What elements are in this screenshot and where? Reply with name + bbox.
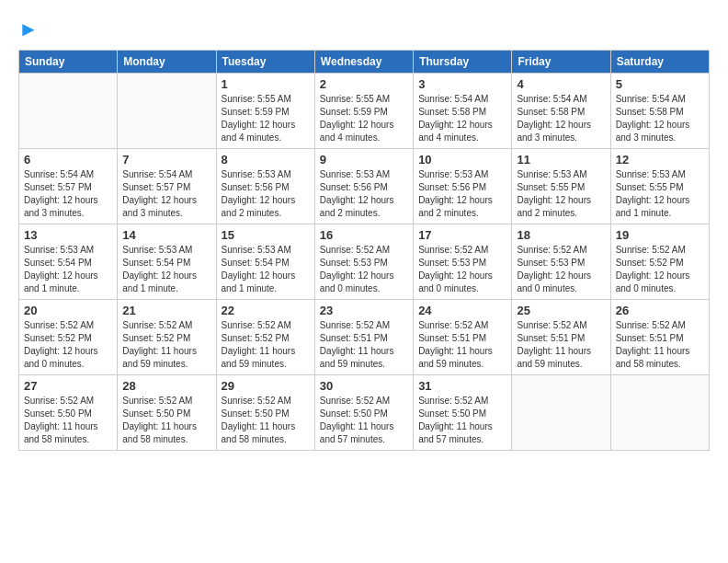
day-info: Sunrise: 5:53 AM Sunset: 5:55 PM Dayligh… [517,168,605,220]
day-number: 11 [517,153,605,167]
calendar-day-cell: 18Sunrise: 5:52 AM Sunset: 5:53 PM Dayli… [512,224,610,300]
day-number: 26 [616,304,704,317]
calendar-day-cell: 23Sunrise: 5:52 AM Sunset: 5:51 PM Dayli… [314,300,413,375]
day-number: 23 [320,304,408,317]
day-info: Sunrise: 5:54 AM Sunset: 5:58 PM Dayligh… [418,93,506,144]
calendar-day-cell: 4Sunrise: 5:54 AM Sunset: 5:58 PM Daylig… [512,74,610,149]
calendar-day-cell [610,375,709,451]
calendar-day-cell: 25Sunrise: 5:52 AM Sunset: 5:51 PM Dayli… [512,300,610,375]
calendar-day-cell: 26Sunrise: 5:52 AM Sunset: 5:51 PM Dayli… [610,300,709,375]
calendar-day-cell: 24Sunrise: 5:52 AM Sunset: 5:51 PM Dayli… [414,300,512,375]
calendar-day-cell: 21Sunrise: 5:52 AM Sunset: 5:52 PM Dayli… [118,300,216,375]
calendar-week-row: 1Sunrise: 5:55 AM Sunset: 5:59 PM Daylig… [19,74,710,149]
day-info: Sunrise: 5:55 AM Sunset: 5:59 PM Dayligh… [320,93,408,144]
calendar-day-cell: 20Sunrise: 5:52 AM Sunset: 5:52 PM Dayli… [19,300,118,375]
day-number: 8 [222,153,310,167]
day-info: Sunrise: 5:52 AM Sunset: 5:50 PM Dayligh… [222,395,310,446]
calendar-day-cell: 19Sunrise: 5:52 AM Sunset: 5:52 PM Dayli… [610,224,709,300]
day-info: Sunrise: 5:54 AM Sunset: 5:58 PM Dayligh… [616,93,704,144]
day-info: Sunrise: 5:52 AM Sunset: 5:50 PM Dayligh… [122,395,210,446]
page-header: ► [18,18,710,40]
day-info: Sunrise: 5:53 AM Sunset: 5:56 PM Dayligh… [222,168,310,220]
calendar-day-cell: 29Sunrise: 5:52 AM Sunset: 5:50 PM Dayli… [216,375,314,451]
calendar-week-row: 20Sunrise: 5:52 AM Sunset: 5:52 PM Dayli… [19,300,710,375]
weekday-header-cell: Monday [118,51,216,74]
day-info: Sunrise: 5:53 AM Sunset: 5:54 PM Dayligh… [122,244,210,295]
calendar-day-cell: 5Sunrise: 5:54 AM Sunset: 5:58 PM Daylig… [610,74,709,149]
day-number: 28 [122,379,210,393]
calendar-day-cell: 8Sunrise: 5:53 AM Sunset: 5:56 PM Daylig… [216,149,314,224]
day-info: Sunrise: 5:52 AM Sunset: 5:51 PM Dayligh… [616,319,704,371]
calendar-day-cell: 2Sunrise: 5:55 AM Sunset: 5:59 PM Daylig… [314,74,413,149]
day-number: 29 [222,379,310,393]
calendar-day-cell: 10Sunrise: 5:53 AM Sunset: 5:56 PM Dayli… [414,149,512,224]
calendar-day-cell: 1Sunrise: 5:55 AM Sunset: 5:59 PM Daylig… [216,74,314,149]
calendar-day-cell: 27Sunrise: 5:52 AM Sunset: 5:50 PM Dayli… [19,375,118,451]
day-number: 13 [24,228,112,242]
calendar-week-row: 27Sunrise: 5:52 AM Sunset: 5:50 PM Dayli… [19,375,710,451]
day-number: 18 [517,228,605,242]
day-number: 22 [222,304,310,317]
weekday-header-cell: Tuesday [216,51,314,74]
calendar-day-cell: 15Sunrise: 5:53 AM Sunset: 5:54 PM Dayli… [216,224,314,300]
day-info: Sunrise: 5:52 AM Sunset: 5:50 PM Dayligh… [320,395,408,446]
day-number: 6 [24,153,112,167]
day-number: 15 [222,228,310,242]
day-number: 19 [616,228,704,242]
calendar-day-cell: 11Sunrise: 5:53 AM Sunset: 5:55 PM Dayli… [512,149,610,224]
calendar-day-cell: 16Sunrise: 5:52 AM Sunset: 5:53 PM Dayli… [314,224,413,300]
day-info: Sunrise: 5:52 AM Sunset: 5:50 PM Dayligh… [24,395,112,446]
weekday-header-cell: Thursday [414,51,512,74]
day-number: 21 [122,304,210,317]
day-info: Sunrise: 5:54 AM Sunset: 5:58 PM Dayligh… [517,93,605,144]
day-number: 24 [418,304,506,317]
calendar-day-cell [118,74,216,149]
calendar-day-cell: 22Sunrise: 5:52 AM Sunset: 5:52 PM Dayli… [216,300,314,375]
day-info: Sunrise: 5:55 AM Sunset: 5:59 PM Dayligh… [222,93,310,144]
weekday-header-row: SundayMondayTuesdayWednesdayThursdayFrid… [19,51,710,74]
day-info: Sunrise: 5:53 AM Sunset: 5:55 PM Dayligh… [616,168,704,220]
day-number: 12 [616,153,704,167]
calendar-day-cell: 30Sunrise: 5:52 AM Sunset: 5:50 PM Dayli… [314,375,413,451]
calendar-week-row: 13Sunrise: 5:53 AM Sunset: 5:54 PM Dayli… [19,224,710,300]
weekday-header-cell: Friday [512,51,610,74]
day-info: Sunrise: 5:53 AM Sunset: 5:54 PM Dayligh… [24,244,112,295]
calendar-day-cell [512,375,610,451]
weekday-header-cell: Wednesday [314,51,413,74]
day-info: Sunrise: 5:52 AM Sunset: 5:53 PM Dayligh… [320,244,408,295]
logo: ► [18,18,39,40]
day-number: 27 [24,379,112,393]
calendar-body: 1Sunrise: 5:55 AM Sunset: 5:59 PM Daylig… [19,74,710,451]
day-info: Sunrise: 5:52 AM Sunset: 5:52 PM Dayligh… [616,244,704,295]
day-info: Sunrise: 5:54 AM Sunset: 5:57 PM Dayligh… [122,168,210,220]
calendar-table: SundayMondayTuesdayWednesdayThursdayFrid… [18,50,710,451]
calendar-day-cell: 3Sunrise: 5:54 AM Sunset: 5:58 PM Daylig… [414,74,512,149]
day-info: Sunrise: 5:52 AM Sunset: 5:51 PM Dayligh… [418,319,506,371]
day-info: Sunrise: 5:52 AM Sunset: 5:52 PM Dayligh… [122,319,210,371]
calendar-day-cell: 31Sunrise: 5:52 AM Sunset: 5:50 PM Dayli… [414,375,512,451]
day-info: Sunrise: 5:52 AM Sunset: 5:53 PM Dayligh… [418,244,506,295]
day-number: 20 [24,304,112,317]
day-info: Sunrise: 5:53 AM Sunset: 5:54 PM Dayligh… [222,244,310,295]
calendar-day-cell: 9Sunrise: 5:53 AM Sunset: 5:56 PM Daylig… [314,149,413,224]
day-info: Sunrise: 5:53 AM Sunset: 5:56 PM Dayligh… [418,168,506,220]
calendar-day-cell: 12Sunrise: 5:53 AM Sunset: 5:55 PM Dayli… [610,149,709,224]
day-number: 1 [222,77,310,91]
day-number: 14 [122,228,210,242]
day-info: Sunrise: 5:52 AM Sunset: 5:52 PM Dayligh… [24,319,112,371]
day-info: Sunrise: 5:53 AM Sunset: 5:56 PM Dayligh… [320,168,408,220]
calendar-day-cell: 17Sunrise: 5:52 AM Sunset: 5:53 PM Dayli… [414,224,512,300]
calendar-day-cell: 6Sunrise: 5:54 AM Sunset: 5:57 PM Daylig… [19,149,118,224]
weekday-header-cell: Saturday [610,51,709,74]
day-number: 30 [320,379,408,393]
day-number: 2 [320,77,408,91]
day-number: 10 [418,153,506,167]
calendar-day-cell [19,74,118,149]
day-number: 7 [122,153,210,167]
day-info: Sunrise: 5:52 AM Sunset: 5:53 PM Dayligh… [517,244,605,295]
day-number: 5 [616,77,704,91]
day-info: Sunrise: 5:52 AM Sunset: 5:51 PM Dayligh… [517,319,605,371]
calendar-day-cell: 7Sunrise: 5:54 AM Sunset: 5:57 PM Daylig… [118,149,216,224]
day-number: 31 [418,379,506,393]
day-number: 3 [418,77,506,91]
